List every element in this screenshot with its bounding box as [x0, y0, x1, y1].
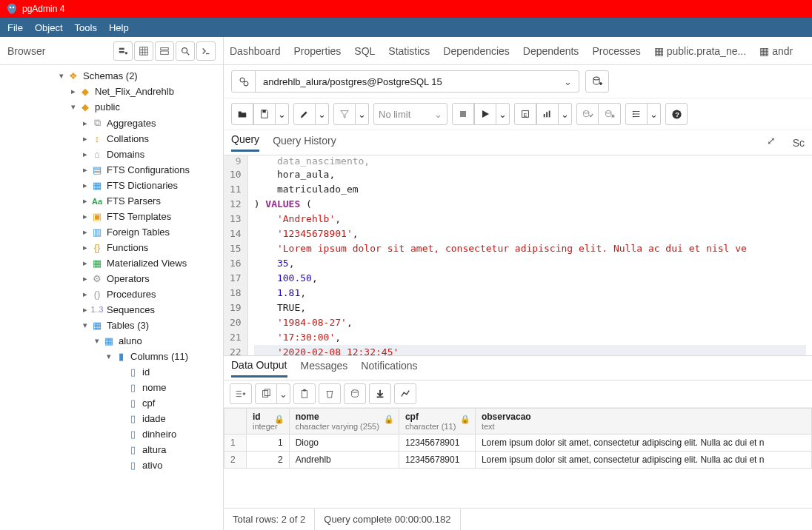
filter-button[interactable]: [333, 103, 356, 125]
execute-button[interactable]: [474, 103, 496, 125]
tree-col-dinheiro[interactable]: ▯dinheiro: [0, 426, 223, 442]
tree-operators[interactable]: ▸⚙Operators: [0, 271, 223, 286]
explain-dropdown[interactable]: ⌄: [559, 103, 572, 125]
subtab-history[interactable]: Query History: [273, 135, 336, 151]
tree-ftsparsers[interactable]: ▸AaFTS Parsers: [0, 193, 223, 209]
table-row[interactable]: 11Diogo12345678901Lorem ipsum dolor sit …: [224, 435, 812, 452]
limit-selector[interactable]: No limit⌄: [373, 103, 447, 125]
filter-dropdown[interactable]: ⌄: [356, 103, 369, 125]
tab-dependents[interactable]: Dependents: [523, 45, 579, 57]
object-tree[interactable]: ▾❖Schemas (2) ▸◆Net_Flix_Andrehlb ▾◆publ…: [0, 65, 223, 530]
tree-schemas[interactable]: ▾❖Schemas (2): [0, 68, 223, 84]
tab-query-2[interactable]: ▦andr: [759, 45, 793, 57]
tree-ftsconf[interactable]: ▸▤FTS Configurations: [0, 162, 223, 178]
open-file-button[interactable]: [231, 103, 253, 125]
execute-dropdown[interactable]: ⌄: [496, 103, 510, 125]
browser-title: Browser: [7, 45, 45, 57]
tree-col-cpf[interactable]: ▯cpf: [0, 395, 223, 411]
tree-matviews[interactable]: ▸▦Materialized Views: [0, 255, 223, 271]
macro-button[interactable]: [625, 103, 648, 125]
subtab-query[interactable]: Query: [231, 133, 259, 152]
tree-schema-public[interactable]: ▾◆public: [0, 99, 223, 115]
graph-button[interactable]: [394, 383, 416, 404]
delete-button[interactable]: [319, 383, 341, 404]
copy-dropdown[interactable]: ⌄: [277, 383, 290, 404]
sql-editor[interactable]: 910111213141516171819202122 data_nascime…: [224, 155, 812, 355]
tree-ftstemplates[interactable]: ▸▣FTS Templates: [0, 209, 223, 224]
result-grid[interactable]: idinteger🔒 nomecharacter varying (255)🔒 …: [224, 408, 812, 508]
download-button[interactable]: [369, 383, 391, 404]
expand-icon[interactable]: ⤢: [763, 135, 779, 151]
tab-statistics[interactable]: Statistics: [388, 45, 430, 57]
tree-aggregates[interactable]: ▸⧉Aggregates: [0, 115, 223, 131]
edit-dropdown[interactable]: ⌄: [316, 103, 329, 125]
browser-search-icon[interactable]: [176, 41, 195, 61]
connection-status-icon: [232, 71, 256, 92]
browser-tool-1[interactable]: [113, 41, 133, 61]
save-dropdown[interactable]: ⌄: [276, 103, 289, 125]
tree-col-altura[interactable]: ▯altura: [0, 442, 223, 457]
pgadmin-logo-icon: [6, 3, 18, 15]
col-id[interactable]: idinteger🔒: [247, 409, 290, 435]
macro-dropdown[interactable]: ⌄: [648, 103, 661, 125]
browser-panel: Browser ▾❖Schemas (2) ▸◆Net_Flix_Andrehl…: [0, 37, 224, 530]
tab-dependencies[interactable]: Dependencies: [443, 45, 510, 57]
explain-button[interactable]: E: [514, 103, 536, 125]
menu-help[interactable]: Help: [109, 22, 129, 33]
col-observacao[interactable]: observacaotext: [475, 409, 811, 435]
tree-schema-netflix[interactable]: ▸◆Net_Flix_Andrehlb: [0, 84, 223, 99]
paste-button[interactable]: [293, 383, 316, 404]
menu-file[interactable]: File: [7, 22, 23, 33]
col-cpf[interactable]: cpfcharacter (11)🔒: [399, 409, 475, 435]
explain-analyze-button[interactable]: [536, 103, 559, 125]
tree-tables[interactable]: ▾▦Tables (3): [0, 318, 223, 333]
tab-dashboard[interactable]: Dashboard: [230, 45, 281, 57]
tree-table-aluno[interactable]: ▾▦aluno: [0, 333, 223, 349]
tree-foreigntables[interactable]: ▸▥Foreign Tables: [0, 224, 223, 240]
copy-button[interactable]: [255, 383, 277, 404]
connection-selector[interactable]: andrehlb_alura/postgres@PostgreSQL 15 ⌄: [231, 70, 579, 93]
subtab-scratch[interactable]: Sc: [793, 137, 805, 149]
svg-rect-21: [262, 110, 265, 113]
tree-col-ativo[interactable]: ▯ativo: [0, 457, 223, 473]
tab-properties[interactable]: Properties: [294, 45, 342, 57]
commit-button[interactable]: [576, 103, 599, 125]
tree-functions[interactable]: ▸{}Functions: [0, 240, 223, 255]
browser-terminal-icon[interactable]: [196, 41, 216, 61]
svg-point-35: [633, 116, 634, 118]
tree-collations[interactable]: ▸↕Collations: [0, 131, 223, 147]
new-connection-button[interactable]: [585, 70, 609, 93]
tab-query-1[interactable]: ▦public.prata_ne...: [654, 45, 746, 57]
tree-sequences[interactable]: ▸1..3Sequences: [0, 302, 223, 318]
col-nome[interactable]: nomecharacter varying (255)🔒: [289, 409, 399, 435]
chevron-down-icon: ⌄: [556, 76, 579, 87]
tab-messages[interactable]: Messages: [301, 360, 348, 376]
query-toolbar: ⌄ ⌄ ⌄ No limit⌄ ⌄ E ⌄: [224, 98, 812, 130]
tree-procedures[interactable]: ▸()Procedures: [0, 286, 223, 302]
browser-tool-2[interactable]: [134, 41, 153, 61]
menu-tools[interactable]: Tools: [75, 22, 97, 33]
tree-ftsdict[interactable]: ▸▦FTS Dictionaries: [0, 178, 223, 193]
menu-object[interactable]: Object: [35, 22, 63, 33]
tab-processes[interactable]: Processes: [592, 45, 640, 57]
table-row[interactable]: 22Andrehlb12345678901Lorem ipsum dolor s…: [224, 452, 812, 469]
lock-icon: 🔒: [274, 415, 284, 424]
save-button[interactable]: [253, 103, 276, 125]
tree-col-nome[interactable]: ▯nome: [0, 380, 223, 395]
row-header-blank: [224, 409, 247, 435]
browser-tool-3[interactable]: [155, 41, 174, 61]
tree-columns[interactable]: ▾▮Columns (11): [0, 349, 223, 364]
add-row-button[interactable]: [230, 383, 252, 404]
tree-col-idade[interactable]: ▯idade: [0, 411, 223, 426]
stop-button[interactable]: [452, 103, 474, 125]
edit-button[interactable]: [293, 103, 316, 125]
tab-data-output[interactable]: Data Output: [231, 359, 287, 378]
tab-notifications[interactable]: Notifications: [361, 360, 417, 376]
code-area[interactable]: data_nascimento, hora_aula, matriculado_…: [248, 155, 812, 355]
tree-col-id[interactable]: ▯id: [0, 364, 223, 380]
rollback-button[interactable]: [599, 103, 621, 125]
tree-domains[interactable]: ▸⌂Domains: [0, 147, 223, 162]
tab-sql[interactable]: SQL: [354, 45, 375, 57]
help-button[interactable]: ?: [665, 103, 688, 125]
save-data-button[interactable]: [344, 383, 366, 404]
